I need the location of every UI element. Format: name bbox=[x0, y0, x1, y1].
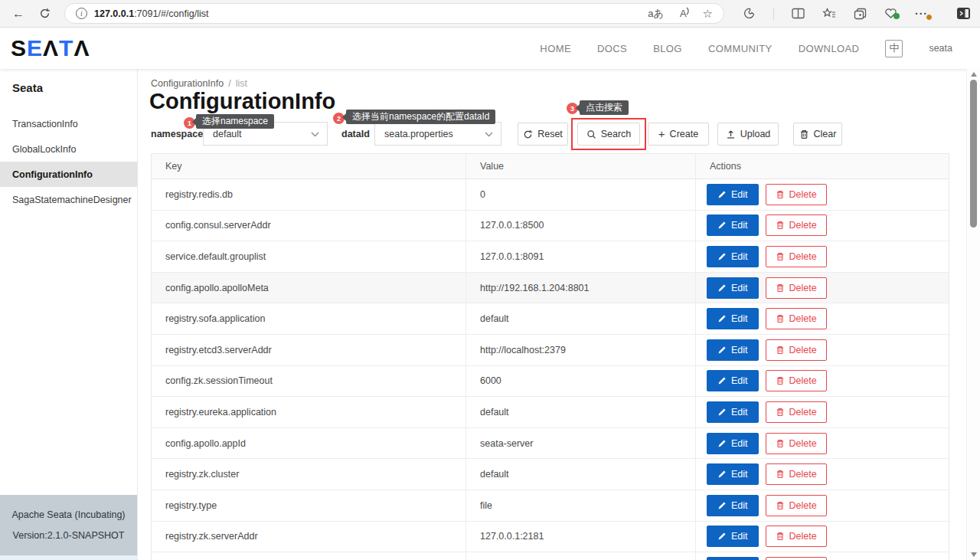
reset-button[interactable]: Reset bbox=[518, 123, 568, 146]
cell-value: 127.0.0.1:8091 bbox=[466, 241, 696, 272]
delete-button[interactable]: Delete bbox=[766, 246, 827, 267]
table-row: registry.zk.serverAddr 127.0.0.1:2181 Ed… bbox=[152, 522, 949, 553]
edit-button[interactable]: Edit bbox=[707, 463, 759, 485]
favorites-bar-icon[interactable] bbox=[822, 8, 836, 20]
nav-docs[interactable]: DOCS bbox=[597, 43, 627, 54]
delete-button[interactable]: Delete bbox=[766, 308, 827, 329]
url-text[interactable]: 127.0.0.1:7091/#/config/list bbox=[94, 8, 208, 19]
cell-value: 0 bbox=[466, 179, 696, 210]
translate-icon[interactable]: aあ bbox=[648, 8, 664, 18]
nav-community[interactable]: COMMUNITY bbox=[708, 43, 773, 54]
clear-button[interactable]: Clear bbox=[793, 123, 842, 146]
browser-refresh-icon[interactable] bbox=[37, 8, 52, 19]
nav-blog[interactable]: BLOG bbox=[653, 43, 682, 54]
create-button[interactable]: + Create bbox=[648, 123, 709, 146]
delete-button[interactable]: Delete bbox=[766, 184, 827, 205]
toolbar-divider bbox=[773, 8, 774, 20]
collections-icon[interactable] bbox=[854, 8, 867, 20]
scrollbar-down-arrow[interactable] bbox=[971, 552, 977, 557]
edit-button[interactable]: Edit bbox=[707, 526, 759, 547]
browser-back-icon[interactable]: ← bbox=[11, 8, 26, 20]
sidebar-item-globallockinfo[interactable]: GlobalLockInfo bbox=[0, 136, 137, 162]
column-header-key: Key bbox=[152, 154, 466, 178]
upload-button[interactable]: Upload bbox=[717, 123, 779, 146]
breadcrumb-separator: / bbox=[228, 78, 230, 89]
search-button[interactable]: Search bbox=[577, 123, 640, 146]
cell-value: 6000 bbox=[466, 366, 696, 397]
annotation-step-1-tooltip: 选择namespace bbox=[196, 114, 274, 129]
cell-key: registry.type bbox=[152, 490, 466, 521]
breadcrumb: ConfigurationInfo/list bbox=[151, 78, 247, 89]
annotation-step-3-tooltip: 点击搜索 bbox=[580, 100, 629, 115]
cell-key: registry.zk.cluster bbox=[152, 459, 466, 490]
delete-button[interactable]: Delete bbox=[766, 557, 827, 560]
edit-button[interactable]: Edit bbox=[707, 184, 759, 205]
sidebar-item-transactioninfo[interactable]: TransactionInfo bbox=[0, 111, 137, 136]
breadcrumb-current: list bbox=[236, 78, 247, 89]
user-menu[interactable]: seata bbox=[929, 43, 952, 54]
cell-value: 127.0.0.1:8500 bbox=[466, 211, 696, 241]
scrollbar-thumb[interactable] bbox=[970, 80, 977, 228]
cell-value bbox=[466, 552, 696, 560]
nav-home[interactable]: HOME bbox=[540, 43, 571, 54]
scrollbar-up-arrow[interactable] bbox=[971, 72, 977, 77]
trash-icon bbox=[776, 501, 785, 510]
delete-button[interactable]: Delete bbox=[766, 433, 827, 454]
sidebar-menu: TransactionInfo GlobalLockInfo Configura… bbox=[0, 111, 137, 212]
extensions-icon[interactable] bbox=[743, 7, 756, 20]
sidebar: Seata TransactionInfo GlobalLockInfo Con… bbox=[0, 69, 138, 560]
logo-letter: E bbox=[27, 35, 43, 61]
sidebar-bottom-strip bbox=[0, 555, 137, 560]
language-switch-button[interactable]: 中 bbox=[885, 40, 903, 57]
cell-value: file bbox=[466, 490, 696, 521]
more-notification-dot bbox=[926, 14, 933, 21]
split-screen-icon[interactable] bbox=[792, 8, 805, 19]
trash-icon bbox=[776, 221, 785, 230]
browser-essentials-icon[interactable] bbox=[884, 8, 897, 19]
delete-button[interactable]: Delete bbox=[766, 526, 827, 547]
sidebar-toggle-icon[interactable] bbox=[956, 7, 971, 20]
sidebar-item-configurationinfo[interactable]: ConfigurationInfo bbox=[0, 162, 137, 187]
edit-button[interactable]: Edit bbox=[707, 308, 759, 329]
trash-icon bbox=[776, 532, 785, 541]
breadcrumb-root[interactable]: ConfigurationInfo bbox=[151, 78, 224, 89]
settings-more-icon[interactable]: ··· bbox=[915, 8, 928, 19]
delete-button[interactable]: Delete bbox=[766, 277, 827, 299]
edit-button[interactable]: Edit bbox=[707, 495, 759, 516]
edit-button[interactable]: Edit bbox=[707, 433, 759, 454]
table-row: registry.type file Edit Delete bbox=[152, 490, 949, 522]
address-bar[interactable]: i 127.0.0.1:7091/#/config/list aあ A ☆ bbox=[64, 3, 724, 24]
edit-button[interactable]: Edit bbox=[707, 401, 759, 423]
cell-value: http://192.168.1.204:8801 bbox=[466, 273, 696, 303]
seata-logo[interactable]: SEΛTΛ bbox=[11, 37, 90, 60]
table-row: registry.etcd3.serverAddr http://localho… bbox=[152, 335, 949, 366]
edit-button[interactable]: Edit bbox=[707, 370, 759, 391]
edit-button[interactable]: Edit bbox=[707, 246, 759, 267]
edit-button[interactable]: Edit bbox=[707, 557, 759, 560]
plus-icon: + bbox=[658, 128, 665, 139]
dataid-select-value: seata.properties bbox=[384, 129, 453, 139]
column-header-actions: Actions bbox=[696, 154, 949, 178]
site-info-icon[interactable]: i bbox=[76, 8, 87, 19]
table-row-partial: Edit Delete bbox=[152, 552, 949, 560]
favorite-star-icon[interactable]: ☆ bbox=[703, 8, 713, 19]
delete-button[interactable]: Delete bbox=[766, 463, 827, 485]
trash-icon bbox=[776, 252, 785, 261]
edit-button[interactable]: Edit bbox=[707, 339, 759, 361]
delete-button[interactable]: Delete bbox=[766, 215, 827, 236]
nav-download[interactable]: DOWNLOAD bbox=[799, 43, 860, 54]
delete-button[interactable]: Delete bbox=[766, 495, 827, 516]
delete-button[interactable]: Delete bbox=[766, 401, 827, 423]
edit-button[interactable]: Edit bbox=[707, 215, 759, 236]
main-content: ConfigurationInfo/list ConfigurationInfo… bbox=[139, 69, 966, 560]
delete-button[interactable]: Delete bbox=[766, 339, 827, 361]
delete-button[interactable]: Delete bbox=[766, 370, 827, 391]
page-scrollbar[interactable] bbox=[966, 69, 980, 560]
sidebar-item-sagastatemachinedesigner[interactable]: SagaStatemachineDesigner bbox=[0, 187, 137, 212]
trash-icon bbox=[776, 314, 785, 323]
read-aloud-icon[interactable]: A bbox=[680, 8, 687, 19]
pencil-icon bbox=[717, 314, 727, 323]
edit-button[interactable]: Edit bbox=[707, 277, 759, 299]
cell-value: default bbox=[466, 459, 696, 490]
dataid-select[interactable]: seata.properties bbox=[374, 122, 501, 146]
